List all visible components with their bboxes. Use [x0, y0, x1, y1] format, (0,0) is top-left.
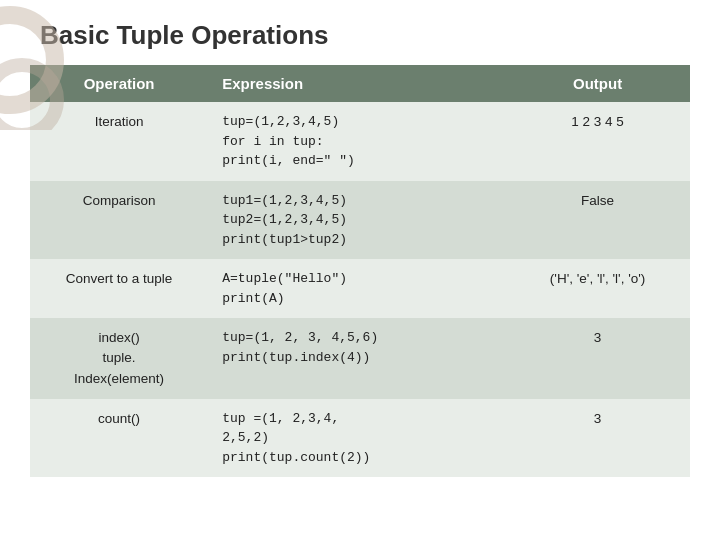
- cell-operation: index() tuple. Index(element): [30, 318, 208, 399]
- cell-output: 1 2 3 4 5: [505, 102, 690, 181]
- table-row: count()tup =(1, 2,3,4, 2,5,2) print(tup.…: [30, 399, 690, 478]
- cell-expression: tup1=(1,2,3,4,5) tup2=(1,2,3,4,5) print(…: [208, 181, 505, 260]
- table-row: index() tuple. Index(element)tup=(1, 2, …: [30, 318, 690, 399]
- cell-operation: count(): [30, 399, 208, 478]
- table-row: Iterationtup=(1,2,3,4,5) for i in tup: p…: [30, 102, 690, 181]
- cell-output: False: [505, 181, 690, 260]
- header-expression: Expression: [208, 65, 505, 102]
- cell-output: 3: [505, 318, 690, 399]
- page-container: Basic Tuple Operations Operation Express…: [0, 0, 720, 540]
- page-title: Basic Tuple Operations: [40, 20, 690, 51]
- cell-operation: Convert to a tuple: [30, 259, 208, 318]
- table-row: Convert to a tupleA=tuple("Hello") print…: [30, 259, 690, 318]
- decorative-circles: [0, 0, 75, 130]
- cell-output: 3: [505, 399, 690, 478]
- cell-expression: tup=(1,2,3,4,5) for i in tup: print(i, e…: [208, 102, 505, 181]
- table-row: Comparisontup1=(1,2,3,4,5) tup2=(1,2,3,4…: [30, 181, 690, 260]
- operations-table: Operation Expression Output Iterationtup…: [30, 65, 690, 477]
- cell-output: ('H', 'e', 'l', 'l', 'o'): [505, 259, 690, 318]
- header-output: Output: [505, 65, 690, 102]
- cell-expression: tup=(1, 2, 3, 4,5,6) print(tup.index(4)): [208, 318, 505, 399]
- table-wrapper: Operation Expression Output Iterationtup…: [30, 65, 690, 477]
- cell-operation: Comparison: [30, 181, 208, 260]
- cell-expression: A=tuple("Hello") print(A): [208, 259, 505, 318]
- cell-expression: tup =(1, 2,3,4, 2,5,2) print(tup.count(2…: [208, 399, 505, 478]
